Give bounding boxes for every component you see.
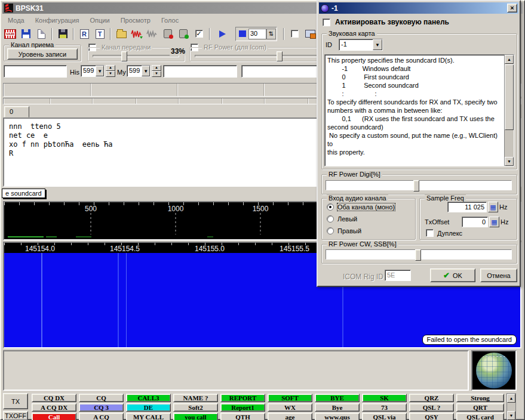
macro-button[interactable]: Strong bbox=[456, 394, 504, 402]
audio-option-label[interactable]: Левый bbox=[337, 215, 357, 223]
record-voice-button[interactable] bbox=[161, 27, 175, 41]
macro-button[interactable]: 73 bbox=[362, 403, 407, 412]
rf-power-slider-thumb[interactable] bbox=[277, 51, 283, 61]
radio-right-channel[interactable] bbox=[327, 227, 334, 234]
duplex-checkbox[interactable] bbox=[426, 229, 434, 237]
log-save-button[interactable] bbox=[303, 27, 317, 41]
macro-button[interactable]: CQ DX bbox=[32, 394, 76, 402]
globe-panel[interactable] bbox=[471, 350, 517, 391]
save-button[interactable] bbox=[19, 27, 33, 41]
macro-button[interactable]: QTH bbox=[220, 413, 265, 420]
macro-button[interactable]: SK bbox=[362, 394, 407, 402]
audio-option-label[interactable]: Правый bbox=[337, 227, 361, 234]
toolbar-checkbox-unchecked[interactable] bbox=[287, 27, 302, 41]
tx-text-area[interactable] bbox=[3, 350, 469, 391]
scroll-up-icon[interactable]: ▲ bbox=[505, 55, 514, 64]
macro-button[interactable]: CQ bbox=[79, 394, 124, 402]
up-arrow-icon[interactable]: ▲ bbox=[152, 65, 161, 71]
chevron-down-icon[interactable]: ▼ bbox=[373, 39, 382, 50]
record-wave-button[interactable] bbox=[130, 27, 144, 41]
macro-button[interactable]: QSY bbox=[409, 413, 454, 420]
activate-sound-panel-checkbox[interactable] bbox=[323, 18, 330, 26]
macro-button[interactable]: CALL3 bbox=[126, 394, 171, 402]
menu-voice[interactable]: Голос bbox=[156, 16, 184, 25]
play-wave-button[interactable] bbox=[145, 27, 159, 41]
down-arrow-icon[interactable]: ▼ bbox=[106, 71, 115, 77]
rx-log-button[interactable]: R bbox=[77, 27, 91, 41]
tx-level-slider-thumb[interactable] bbox=[121, 51, 127, 61]
his-rst-combo[interactable]: 599 ▼ bbox=[81, 65, 105, 77]
macro-button[interactable]: A CQ bbox=[79, 413, 124, 420]
macro-button[interactable]: MY CALL bbox=[126, 413, 171, 420]
cancel-button[interactable]: Отмена bbox=[480, 268, 517, 282]
macro-button[interactable]: Bye bbox=[315, 403, 360, 412]
rf-power-cw-slider[interactable] bbox=[326, 249, 512, 260]
soundcard-id-combo[interactable]: -1 ▼ bbox=[339, 39, 383, 51]
rf-power-digi-slider[interactable] bbox=[326, 180, 512, 190]
close-icon[interactable]: × bbox=[507, 4, 517, 13]
speed-input[interactable]: 30 bbox=[248, 29, 266, 39]
macro-button[interactable]: QSL ? bbox=[409, 403, 454, 412]
macro-button[interactable]: QSL via bbox=[362, 413, 407, 420]
toolbar-checkbox-checked[interactable]: ✓ bbox=[192, 27, 206, 41]
up-arrow-icon[interactable]: ▲ bbox=[106, 65, 115, 71]
rf-power-slider[interactable] bbox=[195, 55, 327, 57]
dialog-titlebar[interactable]: -1 bbox=[319, 2, 518, 14]
macro-button[interactable]: QRZ bbox=[409, 394, 454, 402]
macro-button[interactable]: DE bbox=[126, 403, 171, 412]
tx-log-button[interactable]: T bbox=[93, 27, 107, 41]
scroll-up-icon[interactable]: ▲ bbox=[507, 394, 515, 403]
calculator-icon[interactable]: ▦ bbox=[488, 202, 498, 212]
calculator-icon[interactable]: ▦ bbox=[489, 217, 499, 227]
chevron-down-icon[interactable]: ▼ bbox=[142, 66, 150, 76]
ok-button[interactable]: ✔ OK bbox=[430, 268, 475, 282]
rf-power-digi-thumb[interactable] bbox=[413, 180, 419, 192]
menu-configuration[interactable]: Конфигурация bbox=[30, 16, 85, 25]
play-voice-button[interactable] bbox=[176, 27, 191, 41]
rf-power-cw-thumb[interactable] bbox=[415, 249, 421, 261]
callsign-input[interactable] bbox=[4, 65, 67, 78]
scroll-down-icon[interactable]: ▼ bbox=[507, 411, 515, 420]
chevron-down-icon[interactable]: ▼ bbox=[96, 66, 104, 76]
my-rst-spinner[interactable]: ▲▼ bbox=[152, 65, 161, 77]
macro-button[interactable]: age bbox=[268, 413, 312, 420]
macro-button[interactable]: Soft2 bbox=[173, 403, 218, 412]
vari-mode-button[interactable]: VARI bbox=[3, 27, 17, 41]
scroll-down-icon[interactable]: ▼ bbox=[505, 157, 514, 166]
name-input[interactable] bbox=[163, 65, 237, 78]
tx-start-button[interactable] bbox=[213, 27, 231, 41]
tx-level-slider[interactable] bbox=[93, 55, 179, 57]
rx-tab-0[interactable]: 0 bbox=[4, 106, 29, 118]
icom-rig-id-input[interactable]: 5E bbox=[385, 270, 411, 281]
macro-button[interactable]: BYE bbox=[315, 394, 360, 402]
macro-button[interactable]: REPORT bbox=[220, 394, 265, 402]
down-arrow-icon[interactable]: ▼ bbox=[152, 71, 161, 77]
menu-moda[interactable]: Мода bbox=[2, 16, 30, 25]
new-file-button[interactable] bbox=[34, 27, 48, 41]
record-level-button[interactable]: Уровень записи bbox=[7, 48, 78, 60]
radio-both-channels[interactable] bbox=[327, 203, 334, 211]
help-scrollbar[interactable]: ▲ ▼ bbox=[504, 55, 514, 166]
soundcard-help-box[interactable]: This property specifies the soundcard ID… bbox=[324, 54, 514, 166]
tx-offset-input[interactable]: 0 bbox=[462, 217, 488, 227]
macro-button[interactable]: SOFT bbox=[268, 394, 312, 402]
tx-button[interactable]: TX bbox=[3, 393, 28, 409]
txoff-button[interactable]: TXOFF bbox=[3, 411, 28, 420]
save-log-button[interactable] bbox=[56, 27, 70, 41]
menu-options[interactable]: Опции bbox=[85, 16, 115, 25]
my-rst-combo[interactable]: 599 ▼ bbox=[127, 65, 151, 77]
open-file-button[interactable] bbox=[114, 27, 128, 41]
sample-freq-input[interactable]: 11 025 bbox=[447, 202, 487, 212]
his-rst-spinner[interactable]: ▲▼ bbox=[106, 65, 115, 77]
macro-button[interactable]: WX bbox=[268, 403, 312, 412]
stop-icon[interactable] bbox=[239, 30, 246, 37]
macro-scrollbar[interactable]: ▲ ▼ bbox=[506, 393, 516, 420]
macro-button[interactable]: QSL card bbox=[456, 413, 504, 420]
macro-button[interactable]: NAME ? bbox=[173, 394, 218, 402]
speed-spinner[interactable]: ⇅ bbox=[266, 29, 276, 39]
macro-button[interactable]: A CQ DX bbox=[32, 403, 76, 412]
radio-left-channel[interactable] bbox=[327, 215, 334, 223]
scrollbar-thumb[interactable] bbox=[505, 64, 514, 130]
audio-option-label[interactable]: Оба канала (моно) bbox=[337, 203, 395, 211]
macro-button[interactable]: CQ 3 bbox=[79, 403, 124, 412]
